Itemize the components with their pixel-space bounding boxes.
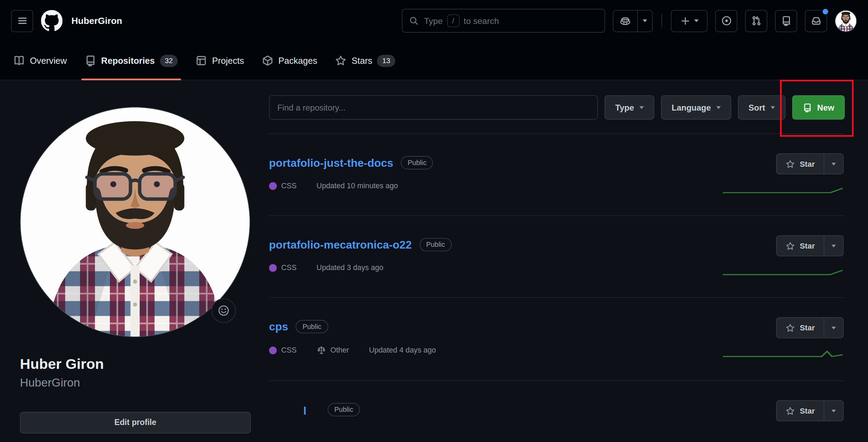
commit-activity-sparkline: [722, 187, 843, 194]
search-placeholder-suffix: to search: [464, 16, 499, 26]
hamburger-menu-button[interactable]: [11, 10, 33, 32]
copilot-button[interactable]: [613, 10, 637, 32]
user-avatar-image: [835, 10, 857, 32]
global-search-input[interactable]: Type / to search: [402, 9, 605, 33]
star-label: Star: [800, 241, 815, 250]
star-button[interactable]: Star: [776, 236, 824, 255]
chevron-down-icon: [640, 106, 644, 109]
repo-list-item: l Public Star: [269, 381, 845, 442]
updated-text: Updated 4 days ago: [369, 346, 436, 354]
repo-name-link[interactable]: portafolio-just-the-docs: [269, 156, 393, 169]
star-dropdown-button[interactable]: [824, 318, 843, 338]
repo-list-item: cps Public CSS Other Updated 4 days ago …: [269, 298, 845, 381]
visibility-badge: Public: [296, 320, 328, 333]
chevron-down-icon: [832, 409, 836, 412]
tab-label: Packages: [278, 55, 317, 66]
star-button-group: Star: [776, 235, 844, 257]
star-button[interactable]: Star: [776, 154, 824, 174]
star-label: Star: [800, 323, 815, 332]
star-icon: [785, 323, 795, 332]
chevron-down-icon: [643, 19, 647, 22]
chevron-down-icon: [832, 244, 836, 247]
notifications-button[interactable]: [805, 10, 827, 32]
tab-overview[interactable]: Overview: [6, 42, 75, 80]
repo-icon: [781, 16, 791, 26]
tab-label: Overview: [30, 55, 67, 66]
tab-repositories[interactable]: Repositories 32: [77, 42, 185, 80]
edit-profile-button[interactable]: Edit profile: [20, 412, 251, 433]
star-icon: [335, 55, 347, 67]
repositories-panel: Type Language Sort New: [269, 80, 845, 442]
star-dropdown-button[interactable]: [824, 401, 843, 421]
pull-requests-button[interactable]: [745, 10, 767, 32]
new-repository-label: New: [817, 103, 834, 112]
sort-filter-button[interactable]: Sort: [738, 95, 785, 120]
language-filter-button[interactable]: Language: [661, 95, 731, 120]
star-dropdown-button[interactable]: [824, 154, 843, 174]
star-button-group: Star: [776, 400, 844, 422]
repo-name-link[interactable]: portafolio-mecatronica-o22: [269, 238, 412, 251]
copilot-button-group: [613, 10, 653, 32]
repo-name-link[interactable]: l: [303, 405, 306, 417]
tab-label: Projects: [212, 55, 244, 66]
language-filter-label: Language: [672, 103, 711, 112]
type-filter-button[interactable]: Type: [605, 95, 655, 120]
find-repository-input[interactable]: [269, 95, 598, 120]
profile-sidebar: Huber Giron HuberGiron Edit profile: [20, 80, 251, 442]
tab-packages[interactable]: Packages: [254, 42, 325, 80]
unread-notification-dot: [822, 8, 829, 15]
star-icon: [785, 159, 795, 168]
header-context-title[interactable]: HuberGiron: [71, 16, 122, 26]
tab-stars[interactable]: Stars 13: [327, 42, 403, 80]
updated-text: Updated 10 minutes ago: [316, 182, 398, 190]
issue-opened-icon: [721, 16, 731, 26]
repo-list-item: portafolio-mecatronica-o22 Public CSS Up…: [269, 216, 845, 298]
star-button[interactable]: Star: [776, 401, 824, 421]
repository-filter-bar: Type Language Sort New: [269, 95, 845, 120]
issues-button[interactable]: [715, 10, 737, 32]
new-repository-button[interactable]: New: [792, 95, 844, 120]
star-dropdown-button[interactable]: [824, 236, 843, 255]
search-icon: [409, 16, 418, 25]
profile-nav-tabs: Overview Repositories 32 Projects Packag…: [0, 42, 868, 80]
stars-count-badge: 13: [377, 54, 395, 67]
git-pull-request-icon: [751, 16, 761, 26]
repo-name-link[interactable]: cps: [269, 320, 288, 333]
chevron-down-icon: [832, 326, 836, 329]
language-color-dot: [269, 346, 277, 354]
tab-projects[interactable]: Projects: [188, 42, 252, 80]
tab-label: Repositories: [101, 55, 155, 66]
create-new-button[interactable]: [671, 10, 707, 32]
profile-avatar-wrap: [20, 107, 250, 337]
copilot-dropdown-button[interactable]: [637, 10, 652, 32]
profile-username: HuberGiron: [20, 375, 251, 390]
slash-key-hint: /: [447, 15, 459, 27]
book-icon: [13, 55, 25, 67]
language-color-dot: [269, 264, 277, 271]
profile-full-name: Huber Giron: [20, 355, 251, 373]
language-label: CSS: [281, 182, 296, 190]
star-label: Star: [800, 159, 815, 168]
star-button[interactable]: Star: [776, 318, 824, 338]
global-header: HuberGiron Type / to search: [0, 0, 868, 42]
github-logo-icon[interactable]: [41, 10, 62, 32]
language-label: CSS: [281, 263, 296, 272]
visibility-badge: Public: [419, 238, 452, 251]
star-button-group: Star: [776, 317, 844, 338]
updated-text: Updated 3 days ago: [316, 263, 383, 272]
repo-icon: [85, 55, 96, 67]
license-label: Other: [330, 346, 349, 354]
repositories-button[interactable]: [775, 10, 797, 32]
page-body: Huber Giron HuberGiron Edit profile Type…: [0, 80, 868, 442]
star-label: Star: [800, 406, 815, 415]
inbox-icon: [811, 16, 821, 26]
chevron-down-icon: [832, 163, 836, 165]
language-label: CSS: [281, 346, 296, 354]
header-separator: [661, 14, 662, 28]
smiley-icon: [218, 304, 230, 317]
set-status-button[interactable]: [211, 298, 236, 323]
user-avatar-button[interactable]: [835, 10, 857, 32]
tab-label: Stars: [351, 55, 372, 66]
search-placeholder: Type / to search: [424, 15, 499, 27]
search-placeholder-prefix: Type: [424, 16, 443, 26]
